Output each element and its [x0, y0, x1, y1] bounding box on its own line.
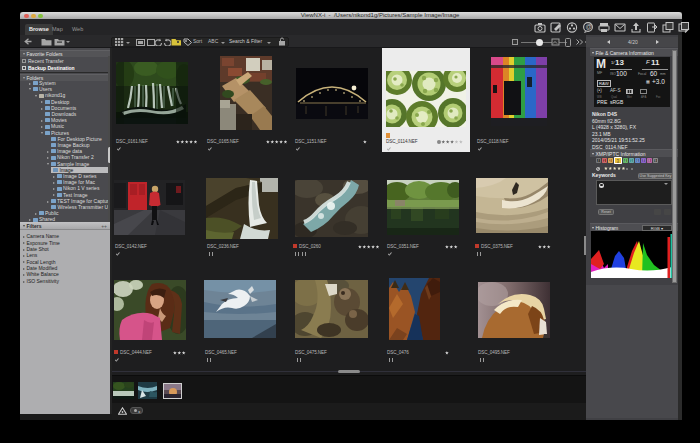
svg-text:@: @ [586, 23, 593, 30]
